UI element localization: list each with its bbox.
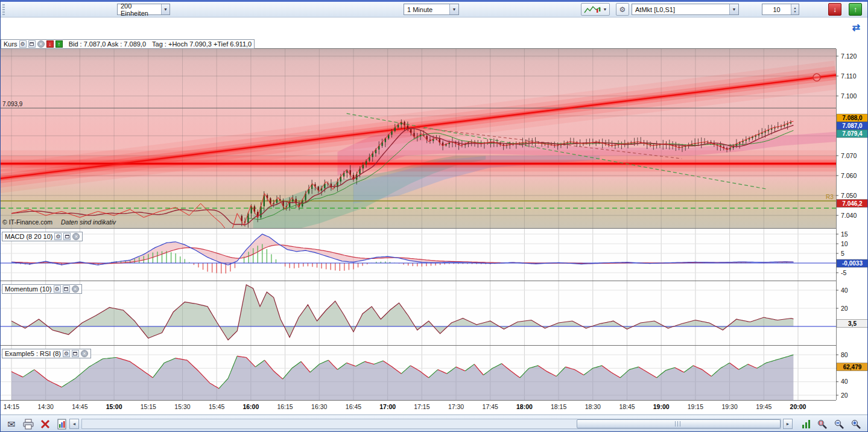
- chevron-down-icon: ▼: [603, 7, 607, 11]
- top-toolbar: 200 Einheiten ▼ 1 Minute ▼ ▼ ⚙ AtMkt [L0…: [1, 2, 867, 17]
- window-icon[interactable]: [28, 40, 36, 48]
- value-box-label: -0,0033: [842, 260, 863, 267]
- axis-tick-label: 7.050: [841, 192, 857, 199]
- time-label: 14:45: [63, 403, 97, 410]
- spin-down-icon[interactable]: ▼: [794, 10, 797, 13]
- axis-tick-label: 7.120: [841, 52, 857, 60]
- magnifier-icon: [817, 419, 828, 430]
- printer-icon: [22, 419, 34, 430]
- wrench-button[interactable]: ⚙: [616, 3, 629, 16]
- value-box-label: 3,5: [848, 320, 857, 327]
- axis-tick-label: -5: [841, 269, 846, 276]
- window-icon[interactable]: [63, 285, 70, 293]
- buy-button[interactable]: ↑: [849, 3, 862, 16]
- spinner-arrows[interactable]: ▲ ▼: [791, 4, 799, 14]
- close-icon[interactable]: ×: [37, 40, 45, 48]
- zoom-in-button[interactable]: [849, 417, 863, 431]
- value-box-label: 62,479: [843, 364, 862, 370]
- time-label: 17:00: [371, 403, 405, 410]
- window-icon-glyph: [30, 42, 34, 46]
- time-label: 18:15: [542, 403, 575, 410]
- time-label: 16:00: [234, 403, 268, 410]
- time-label: 19:15: [679, 403, 712, 410]
- trend-line-handle[interactable]: [813, 74, 820, 81]
- axis-tick-label: 7.110: [841, 72, 857, 80]
- scrollbar-thumb[interactable]: [577, 419, 781, 428]
- order-type-dropdown[interactable]: AtMkt [L0,S1] ▼: [632, 4, 739, 15]
- chart-canvas[interactable]: 7.093,9R3© IT-Finance.comDaten sind indi…: [1, 38, 868, 401]
- time-label: 14:30: [29, 403, 63, 410]
- chart-report-icon: [57, 419, 68, 430]
- axis-tick-label: 15: [841, 230, 848, 238]
- units-dropdown-value: 200 Einheiten: [121, 2, 159, 17]
- window-icon[interactable]: [72, 350, 79, 357]
- sell-arrow-icon: ↓: [833, 5, 837, 14]
- zoom-out-button[interactable]: [832, 417, 846, 431]
- bottom-toolbar: ✉ ◄: [1, 415, 867, 432]
- wrench-icon[interactable]: ⚙: [54, 285, 61, 293]
- r3-label: R3: [826, 194, 834, 200]
- close-icon[interactable]: ×: [81, 350, 88, 357]
- time-label: 19:30: [713, 403, 747, 410]
- time-label: 20:00: [781, 403, 815, 410]
- trading-app-window: 200 Einheiten ▼ 1 Minute ▼ ▼ ⚙ AtMkt [L0…: [0, 0, 868, 432]
- time-label: 16:30: [302, 403, 336, 410]
- zoom-area-button[interactable]: [815, 417, 829, 431]
- toolbar-grip[interactable]: [2, 4, 5, 15]
- fit-chart-icon: [801, 419, 812, 430]
- time-label: 16:45: [337, 403, 370, 410]
- report-button[interactable]: [55, 417, 69, 431]
- axis-tick-label: 7.100: [841, 92, 857, 100]
- wrench-icon[interactable]: ⚙: [63, 350, 70, 357]
- macd-panel-header: MACD (8 20 10) ⚙ ×: [2, 232, 83, 241]
- wrench-icon[interactable]: ⚙: [54, 233, 62, 240]
- window-icon-glyph: [73, 352, 77, 355]
- buy-shortcut-icon[interactable]: ↑: [55, 40, 63, 48]
- sell-button[interactable]: ↓: [828, 3, 841, 16]
- chart-style-button[interactable]: ▼: [581, 3, 610, 16]
- time-label: 14:15: [0, 403, 28, 410]
- time-label: 18:45: [610, 403, 644, 410]
- time-axis: 14:1514:3014:4515:0015:1515:3015:4516:00…: [1, 401, 836, 415]
- timeframe-dropdown[interactable]: 1 Minute ▼: [404, 4, 459, 15]
- close-icon[interactable]: ×: [72, 285, 79, 293]
- scroll-right-button[interactable]: ►: [783, 419, 793, 429]
- disable-button[interactable]: [38, 417, 52, 431]
- close-icon[interactable]: ×: [72, 233, 80, 240]
- level-price-label: 7.093,9: [2, 101, 23, 107]
- chevron-down-icon: ▼: [449, 4, 458, 14]
- fit-chart-button[interactable]: [799, 417, 814, 431]
- window-icon[interactable]: [63, 233, 71, 240]
- chevron-down-icon: ▼: [161, 4, 169, 14]
- quantity-value: 10: [762, 6, 791, 13]
- window-icon-glyph: [65, 235, 69, 238]
- macd-panel-title: MACD (8 20 10): [5, 233, 52, 240]
- scroll-right-icon: ►: [786, 422, 790, 426]
- wrench-icon[interactable]: ⚙: [19, 40, 27, 48]
- zoom-in-icon: [851, 419, 862, 430]
- time-label: 17:15: [405, 403, 439, 410]
- print-button[interactable]: [21, 417, 36, 431]
- disclaimer-label: Daten sind indikativ: [61, 218, 116, 226]
- time-label: 18:30: [576, 403, 610, 410]
- value-box-label: 7.088,0: [842, 115, 863, 121]
- quantity-spinner[interactable]: 10 ▲ ▼: [762, 4, 799, 15]
- time-label: 17:30: [439, 403, 473, 410]
- time-label: 15:15: [131, 403, 165, 410]
- secondary-toolbar: ⇄: [1, 17, 867, 38]
- time-label: 16:15: [268, 403, 302, 410]
- mail-button[interactable]: ✉: [4, 417, 19, 431]
- order-type-value: AtMkt [L0,S1]: [635, 6, 675, 13]
- axis-tick-label: 20: [841, 305, 848, 312]
- horizontal-scrollbar[interactable]: [81, 419, 781, 429]
- axis-tick-label: 7.040: [841, 212, 857, 219]
- transfer-arrows-icon[interactable]: ⇄: [852, 22, 860, 33]
- mail-icon: ✉: [7, 419, 15, 430]
- axis-tick-label: 40: [841, 378, 848, 385]
- scroll-left-button[interactable]: ◄: [69, 419, 79, 429]
- sell-shortcut-icon[interactable]: ↓: [46, 40, 54, 48]
- chevron-down-icon: ▼: [729, 4, 738, 14]
- buy-arrow-icon: ↑: [854, 5, 857, 14]
- axis-tick-label: 7.060: [841, 172, 857, 179]
- units-dropdown[interactable]: 200 Einheiten ▼: [117, 4, 170, 15]
